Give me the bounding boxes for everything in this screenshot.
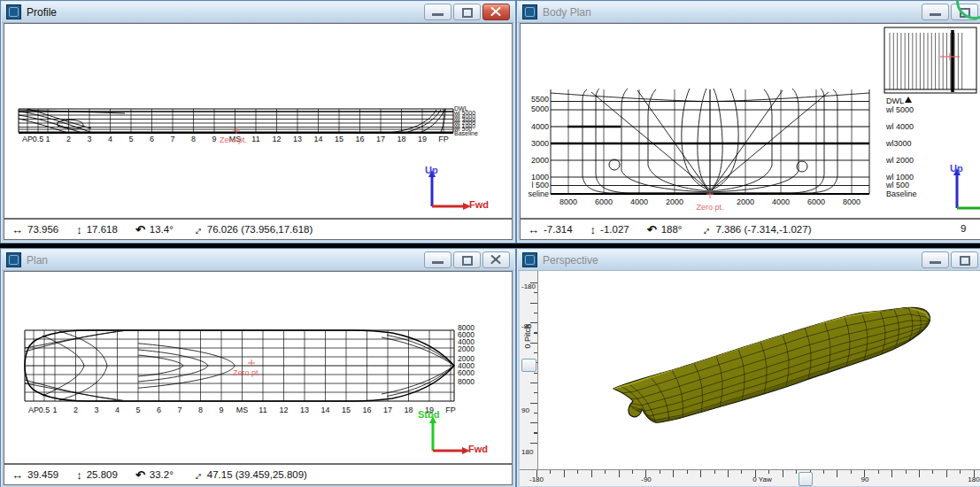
- station-label: 1: [45, 135, 50, 143]
- profile-window: Profile AP0.5123456789MS1112131415161718…: [0, 0, 516, 244]
- vertical-extent-icon: ↕: [76, 223, 82, 236]
- station-label: 6: [157, 406, 161, 414]
- height-readout: 17.618: [87, 224, 118, 235]
- pitch-slider[interactable]: -180-9090180 0 Pitch: [520, 271, 538, 469]
- body-plan-status-bar: ↔ -7.314 ↕ -1.027 ↶ 188° ↔ 7.386 (-7.314…: [520, 219, 980, 240]
- waterline-label: 4000: [519, 122, 549, 131]
- maximize-button[interactable]: [453, 4, 481, 20]
- minimize-icon: [432, 261, 444, 264]
- plan-window: Plan AP0.5123456789MS111213141516171819F…: [0, 248, 516, 487]
- waterline-label: 3000: [519, 139, 549, 148]
- minimize-icon: [930, 261, 941, 264]
- offset-label: 2000: [737, 197, 754, 206]
- yaw-slider-thumb[interactable]: [799, 472, 813, 486]
- minimize-button[interactable]: [424, 251, 451, 268]
- station-label: 3: [94, 406, 98, 414]
- station-label: 18: [397, 135, 405, 143]
- pitch-tick-label: 90: [521, 406, 529, 414]
- waterline-label: wl 500: [886, 181, 909, 189]
- dwl-marker-icon: [905, 97, 912, 103]
- station-label: 18: [404, 406, 413, 414]
- offset-label: 8000: [843, 197, 860, 206]
- rotate-icon: ↶: [647, 223, 657, 236]
- waterline-label: wl3000: [886, 139, 912, 148]
- station-label: 12: [279, 406, 288, 414]
- app-icon: [6, 252, 21, 267]
- frame-number: 9: [961, 223, 966, 234]
- profile-status-bar: ↔ 73.956 ↕ 17.618 ↶ 13.4° ↔ 76.026 (73.9…: [4, 219, 513, 240]
- station-label: 9: [219, 406, 223, 414]
- angle-readout: 188°: [661, 224, 683, 235]
- offset-label: 4000: [630, 197, 648, 206]
- station-label: 11: [259, 406, 266, 414]
- offset-label: 2000: [666, 197, 683, 206]
- profile-canvas[interactable]: [4, 23, 513, 219]
- station-label: 3: [87, 135, 91, 143]
- minimize-button[interactable]: [424, 4, 451, 20]
- diagonal-readout: 47.15 (39.459,25.809): [207, 469, 307, 480]
- waterline-label: wl 4000: [886, 122, 914, 131]
- rotate-icon: ↶: [135, 468, 145, 482]
- station-label: 16: [355, 135, 364, 143]
- profile-title-bar[interactable]: Profile: [2, 2, 514, 23]
- window-title: Profile: [27, 6, 57, 19]
- pitch-axis-label: 0 Pitch: [523, 324, 532, 349]
- maximize-icon: [462, 8, 473, 18]
- minimize-button[interactable]: [922, 4, 949, 20]
- stbd-axis-label: Stbd: [418, 409, 439, 420]
- offset-label: 8000: [559, 197, 577, 206]
- yaw-slider[interactable]: -180-900 Yaw90180: [520, 469, 980, 486]
- up-axis-label: Up: [950, 163, 963, 174]
- close-button[interactable]: [482, 4, 510, 20]
- up-axis-label: Up: [425, 165, 438, 175]
- offset-label: 6000: [595, 197, 613, 206]
- minimize-button[interactable]: [922, 251, 949, 268]
- yaw-tick-label: 180: [968, 475, 979, 483]
- window-title: Plan: [27, 254, 48, 267]
- waterline-label: 5000: [519, 104, 549, 113]
- station-label: 2: [66, 135, 71, 143]
- vertical-extent-icon: ↕: [76, 468, 82, 482]
- pitch-slider-thumb[interactable]: [521, 359, 536, 372]
- minimize-icon: [930, 13, 941, 16]
- perspective-canvas[interactable]: [537, 271, 980, 469]
- horizontal-extent-icon: ↔: [528, 223, 539, 236]
- fwd-axis-label: Fwd: [468, 444, 488, 454]
- yaw-tick-label: 0 Yaw: [752, 475, 772, 483]
- diagonal-extent-icon: ↔: [188, 466, 205, 483]
- width-readout: 73.956: [27, 224, 58, 235]
- station-label: 8: [198, 406, 203, 414]
- station-label: 17: [383, 406, 392, 414]
- offset-label: 4000: [772, 197, 790, 206]
- window-title: Body Plan: [543, 6, 591, 19]
- station-label: 4: [115, 406, 120, 414]
- waterline-label: Baseline: [454, 130, 478, 136]
- close-button[interactable]: [482, 251, 510, 268]
- waterline-label: wl 5000: [886, 105, 914, 114]
- window-title: Perspective: [543, 254, 598, 267]
- station-label: 13: [293, 135, 302, 143]
- perspective-title-bar[interactable]: Perspective: [518, 250, 980, 271]
- angle-readout: 13.4°: [150, 224, 174, 235]
- maximize-button[interactable]: [453, 251, 481, 268]
- plan-title-bar[interactable]: Plan: [2, 250, 514, 271]
- station-label: 13: [300, 406, 309, 414]
- width-readout: -7.314: [544, 224, 573, 235]
- yaw-tick-label: -90: [641, 475, 652, 483]
- minimize-icon: [432, 13, 444, 16]
- waterline-label: wl 2000: [886, 156, 914, 165]
- body-plan-window: Body Plan 550050004000300020001000l 500s…: [516, 0, 980, 244]
- station-label: 5: [128, 135, 133, 143]
- maximize-button[interactable]: [951, 251, 978, 268]
- angle-readout: 33.2°: [150, 469, 174, 480]
- plan-canvas[interactable]: [4, 271, 513, 464]
- station-label: 7: [170, 135, 174, 143]
- diagonal-readout: 76.026 (73.956,17.618): [207, 224, 313, 235]
- body-plan-title-bar[interactable]: Body Plan: [518, 2, 980, 23]
- station-label: 4: [108, 135, 112, 143]
- yaw-tick-label: -180: [529, 475, 544, 483]
- station-label: 2: [73, 406, 78, 414]
- vertical-extent-icon: ↕: [590, 223, 597, 236]
- station-label: AP: [22, 135, 33, 143]
- pitch-tick-label: 180: [521, 448, 533, 456]
